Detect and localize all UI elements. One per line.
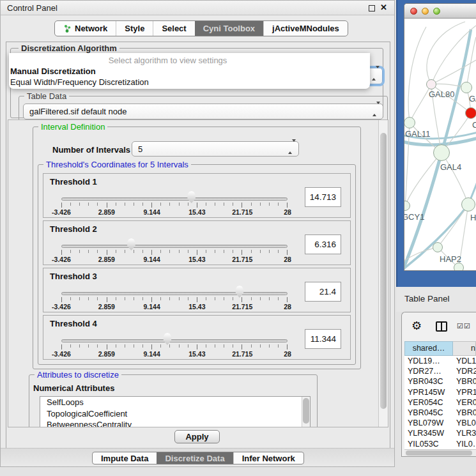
network-node[interactable] [465, 107, 476, 119]
split-columns-icon[interactable] [436, 321, 447, 332]
list-scrollbar[interactable] [302, 397, 310, 427]
cell-name: YIL0… [456, 440, 476, 449]
select-columns-icon[interactable]: ☑☑ [457, 322, 471, 330]
list-item[interactable]: BetweennessCentrality [40, 419, 310, 427]
table-rows: YDL19… YDL1… YDR27… YDR2… YBR043C YBR0… … [404, 356, 476, 450]
network-node[interactable] [461, 82, 472, 93]
table-row[interactable]: YLR345W YLR3… [404, 428, 476, 438]
slider-thumb[interactable] [162, 333, 172, 345]
table-row[interactable]: YPR145W YPR1… [404, 387, 476, 397]
dropdown-option-equal-width-frequency[interactable]: Equal Width/Frequency Discretization [9, 77, 370, 88]
threshold-slider[interactable]: -3.426 2.859 9.144 15.43 [61, 189, 287, 219]
network-node[interactable] [433, 242, 443, 252]
threshold-value-field[interactable]: 6.316 [305, 234, 341, 254]
threshold-value-field[interactable]: 21.4 [305, 282, 341, 302]
column-header-shared-name[interactable]: shared… [404, 341, 453, 356]
tab-infer-network[interactable]: Infer Network [233, 452, 303, 464]
threshold-label: Threshold 4 [50, 319, 97, 328]
slider-track[interactable] [61, 197, 288, 201]
cyni-toolbox-panel: Discretization Algorithm Table Data galF… [6, 42, 390, 449]
tab-impute-data[interactable]: Impute Data [93, 452, 157, 464]
threshold-value-field[interactable]: 14.713 [305, 187, 341, 207]
mac-zoom-button[interactable] [433, 8, 440, 15]
table-row[interactable]: YER054C YER0… [404, 397, 476, 408]
slider-track[interactable] [61, 339, 288, 342]
table-toolbar: ⚙ ☑☑ [402, 312, 476, 341]
tab-select[interactable]: Select [153, 21, 194, 36]
group-title-discretization-algorithm: Discretization Algorithm [19, 43, 119, 53]
network-node-label: C [472, 120, 476, 130]
combo-arrows-icon [372, 68, 379, 84]
cell-shared-name: YPR145W [408, 388, 445, 397]
threshold-slider[interactable]: -3.426 2.859 9.144 15.43 [61, 331, 287, 360]
tick-label: 15.43 [188, 256, 205, 263]
network-node-label: GAL4 [440, 162, 461, 172]
tick-label: 21.715 [232, 350, 252, 358]
slider-thumb[interactable] [187, 191, 196, 203]
group-title-table-data: Table Data [24, 91, 69, 101]
vertical-scrollbar-thumb[interactable] [380, 133, 387, 409]
vertical-scrollbar[interactable] [378, 120, 388, 427]
slider-thumb[interactable] [234, 286, 244, 298]
tab-style[interactable]: Style [116, 21, 153, 36]
table-data-combobox[interactable]: galFiltered.sif default node [23, 104, 383, 119]
tab-discretize-data[interactable]: Discretize Data [157, 452, 233, 464]
cell-name: YPR1… [456, 388, 476, 397]
number-of-intervals-combobox[interactable]: 5 [132, 141, 299, 157]
group-title-attributes: Attributes to discretize [35, 370, 121, 380]
cell-name: YBR0… [456, 377, 476, 386]
slider-thumb[interactable] [127, 238, 136, 250]
threshold-value-field[interactable]: 11.344 [305, 329, 341, 349]
horizontal-scrollbar-thumb[interactable] [406, 450, 472, 456]
tab-jactivemnodules[interactable]: jActiveMNodules [263, 21, 348, 36]
mac-close-button[interactable] [410, 8, 417, 15]
table-row[interactable]: YBR043C YBR0… [404, 376, 476, 387]
close-window-icon[interactable]: ✕ [380, 3, 387, 12]
thresholds-group: Threshold's Coordinates for 5 Intervals … [38, 164, 356, 365]
dropdown-option-manual-discretization[interactable]: Manual Discretization [9, 66, 370, 77]
network-node[interactable] [461, 197, 475, 211]
table-panel-window: ⚙ ☑☑ shared… n YDL19… YDL1… YDR27… YDR2… [401, 312, 476, 457]
desktop: Control Panel ✕ Network Style Select Cyn… [0, 0, 476, 476]
list-scrollbar-thumb[interactable] [303, 398, 309, 424]
threshold-label: Threshold 3 [50, 272, 97, 281]
threshold-slider[interactable]: -3.426 2.859 9.144 15.43 [61, 236, 287, 266]
slider-major-ticks [61, 203, 288, 208]
table-row[interactable]: YBR045C YBR0… [404, 408, 476, 418]
table-row[interactable]: YBL079W YBL0… [404, 418, 476, 428]
network-canvas[interactable]: GAL80 GA C GAL11 [404, 19, 476, 270]
interval-definition-group: Interval Definition Number of Intervals … [33, 127, 361, 369]
column-header-name[interactable]: n [453, 341, 476, 356]
tab-network[interactable]: Network [55, 21, 116, 36]
tab-label: Style [125, 24, 144, 33]
dropdown-placeholder: Select algorithm to view settings [9, 55, 370, 66]
tick-label: -3.426 [52, 350, 71, 358]
apply-button[interactable]: Apply [174, 430, 220, 443]
tab-label: Select [162, 24, 186, 33]
network-node[interactable] [426, 79, 436, 89]
horizontal-scrollbar[interactable] [404, 449, 476, 456]
list-item[interactable]: TopologicalCoefficient [40, 408, 310, 420]
tab-cyni-toolbox[interactable]: Cyni Toolbox [195, 21, 263, 36]
cell-name: YBR0… [456, 408, 476, 417]
mac-minimize-button[interactable] [422, 8, 429, 15]
control-panel-window: Control Panel ✕ Network Style Select Cyn… [0, 0, 395, 467]
float-window-icon[interactable] [369, 5, 375, 12]
threshold-slider[interactable]: -3.426 2.859 9.144 15.43 [61, 284, 287, 313]
slider-track[interactable] [61, 245, 288, 248]
list-item[interactable]: SelfLoops [40, 397, 310, 408]
table-row[interactable]: YDL19… YDL1… [404, 356, 476, 366]
network-window-titlebar [404, 4, 476, 19]
network-icon [63, 24, 72, 33]
slider-track[interactable] [61, 292, 288, 295]
tick-label: 9.144 [143, 303, 160, 311]
number-of-intervals-label: Number of Intervals [52, 145, 130, 155]
network-node[interactable] [454, 263, 464, 270]
table-row[interactable]: YDR27… YDR2… [404, 366, 476, 376]
gear-icon[interactable]: ⚙ [411, 319, 422, 333]
table-row[interactable]: YIL053C YIL0… [404, 439, 476, 449]
cell-name: YLR3… [456, 429, 476, 438]
network-node[interactable] [433, 144, 450, 161]
tick-label: 28 [284, 303, 291, 311]
network-node-label: GA [469, 94, 476, 104]
